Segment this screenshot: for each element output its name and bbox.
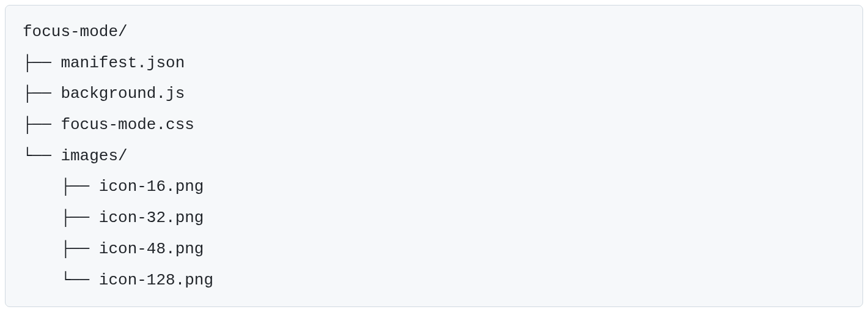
directory-tree-code-block: focus-mode/ ├── manifest.json ├── backgr… bbox=[5, 5, 863, 307]
tree-line: ├── icon-16.png bbox=[23, 177, 204, 196]
tree-line: focus-mode/ bbox=[23, 23, 128, 41]
tree-line: └── images/ bbox=[23, 147, 128, 165]
tree-line: ├── icon-32.png bbox=[23, 209, 204, 227]
tree-line: └── icon-128.png bbox=[23, 271, 213, 289]
tree-line: ├── background.js bbox=[23, 84, 185, 103]
tree-line: ├── manifest.json bbox=[23, 54, 185, 72]
tree-line: ├── icon-48.png bbox=[23, 240, 204, 258]
tree-line: ├── focus-mode.css bbox=[23, 116, 194, 134]
